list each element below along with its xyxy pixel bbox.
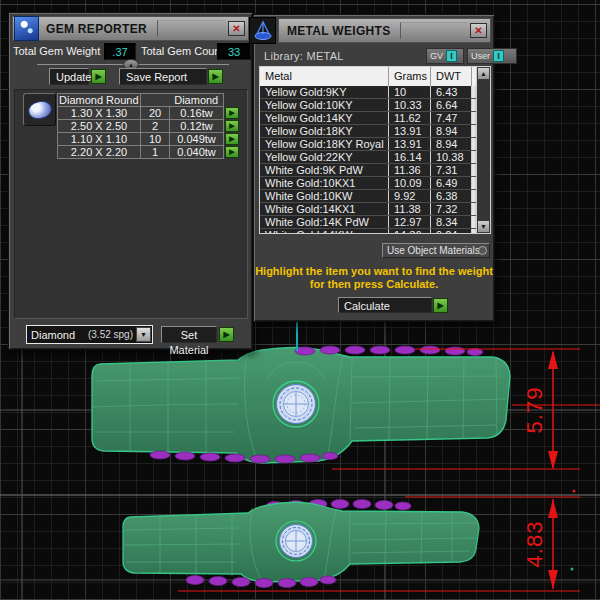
user-indicator: I (493, 50, 504, 62)
material-row: Diamond (3.52 spg) ▼ Set Material ▶ (9, 323, 252, 347)
metal-table-row[interactable]: White Gold:14K PdW12.978.34 (260, 216, 490, 229)
update-play-icon[interactable]: ▶ (91, 69, 106, 84)
col-metal: Metal (260, 67, 389, 86)
instruction-text: Highlight the item you want to find the … (254, 265, 494, 291)
save-report-play-icon[interactable]: ▶ (208, 69, 223, 84)
gem-row-play-icon[interactable]: ▶ (225, 146, 239, 158)
close-icon[interactable]: ✕ (470, 23, 487, 38)
gem-row-play-icon[interactable]: ▶ (225, 133, 239, 145)
metal-table-row[interactable]: Yellow Gold:18KY13.918.94 (260, 125, 490, 138)
gem-table-row[interactable]: 1.10 X 1.10 10 0.049tw ▶ (57, 133, 240, 146)
scroll-up-icon[interactable]: ▲ (477, 67, 490, 80)
gem-row-play-icon[interactable]: ▶ (225, 107, 239, 119)
dimension-label-top: 5.79 (522, 387, 547, 434)
gem-size: 1.10 X 1.10 (57, 133, 141, 146)
gem-reporter-icon (14, 16, 39, 41)
metal-table-row[interactable]: White Gold:9K PdW11.367.31 (260, 164, 490, 177)
metal-weights-panel: METAL WEIGHTS ✕ Library: METAL GV I User… (253, 14, 495, 322)
total-gem-count-value: 33 (217, 43, 251, 60)
metal-table: Metal Grams DWT Yellow Gold:9KY106.43 Ye… (259, 66, 491, 234)
table-scrollbar[interactable]: ▲ ▼ (476, 67, 490, 233)
total-gem-count-label: Total Gem Count (141, 45, 224, 57)
gem-table-header: Diamond Round Diamond (57, 93, 240, 107)
material-name: Diamond (27, 329, 88, 341)
gem-reporter-title: GEM REPORTER (46, 22, 147, 36)
use-object-materials-label: Use Object Materials (387, 245, 480, 256)
chevron-down-icon[interactable]: ▼ (136, 327, 151, 342)
material-select[interactable]: Diamond (3.52 spg) ▼ (26, 325, 153, 344)
metal-table-row[interactable]: White Gold:14KX111.387.32 (260, 203, 490, 216)
gem-count: 20 (141, 107, 170, 120)
ring-model-top[interactable] (92, 346, 510, 463)
save-report-button[interactable]: Save Report (119, 68, 207, 85)
col-grams: Grams (389, 67, 431, 86)
col-dwt: DWT (431, 67, 472, 86)
diamond-stone-glyph (26, 99, 53, 122)
gem-reporter-titlebar[interactable]: GEM REPORTER ✕ (12, 16, 249, 41)
center-gem-bottom (276, 521, 316, 561)
gem-weight: 0.12tw (170, 120, 224, 133)
gem-weight: 0.040tw (170, 146, 224, 159)
gv-indicator: I (446, 50, 457, 62)
gem-table: Diamond Round Diamond 1.30 X 1.30 20 0.1… (57, 93, 240, 159)
gem-reporter-panel: GEM REPORTER ✕ Total Gem Weight .37 Tota… (8, 12, 253, 350)
use-object-materials-select[interactable]: Use Object Materials (382, 243, 490, 258)
metal-table-row[interactable]: Yellow Gold:18KY Royal13.918.94 (260, 138, 490, 151)
metal-scale-icon (249, 17, 276, 44)
col-diamond: Diamond (169, 93, 224, 107)
titlebar-grip (157, 20, 226, 37)
metal-weights-title: METAL WEIGHTS (287, 24, 390, 38)
gem-weight: 0.049tw (170, 133, 224, 146)
metal-table-header: Metal Grams DWT (260, 67, 490, 86)
metal-table-row[interactable]: Yellow Gold:22KY16.1410.38 (260, 151, 490, 164)
center-gem-top (273, 381, 319, 427)
close-icon[interactable]: ✕ (228, 21, 245, 36)
gem-size: 2.50 X 2.50 (57, 120, 141, 133)
update-button[interactable]: Update (49, 68, 89, 85)
library-label: Library: METAL (264, 50, 344, 62)
metal-table-row[interactable]: White Gold:10KX110.096.49 (260, 177, 490, 190)
gv-label: GV (427, 51, 446, 61)
col-diamond-round: Diamond Round (57, 93, 141, 107)
gem-size: 1.30 X 1.30 (57, 107, 141, 120)
set-material-play-icon[interactable]: ▶ (219, 327, 234, 342)
material-spg: (3.52 spg) (88, 329, 136, 340)
metal-table-row[interactable]: White Gold:14KW14.369.24 (260, 229, 490, 234)
scroll-down-icon[interactable]: ▼ (477, 220, 490, 233)
gem-stone-icon[interactable] (23, 93, 56, 126)
application-window: 5.79 4.83 GEM REPORTER ✕ Total Gem Weigh… (0, 0, 600, 600)
dimension-label-bottom: 4.83 (522, 521, 547, 568)
titlebar-grip (400, 22, 468, 39)
gem-weight: 0.16tw (170, 107, 224, 120)
point-marker-teal (571, 568, 574, 571)
select-knob-icon[interactable] (478, 246, 487, 255)
set-material-button[interactable]: Set Material (161, 326, 217, 343)
gem-table-row[interactable]: 2.20 X 2.20 1 0.040tw ▶ (57, 146, 240, 159)
metal-table-row[interactable]: Yellow Gold:14KY11.627.47 (260, 112, 490, 125)
total-gem-weight-label: Total Gem Weight (13, 45, 100, 57)
gv-toggle[interactable]: GV I (426, 48, 464, 64)
metal-table-row[interactable]: Yellow Gold:10KY10.336.64 (260, 99, 490, 112)
user-label: User (468, 51, 493, 61)
gem-count: 1 (141, 146, 170, 159)
user-toggle[interactable]: User I (467, 48, 517, 64)
ring-model-bottom[interactable] (123, 500, 479, 588)
metal-weights-titlebar[interactable]: METAL WEIGHTS ✕ (278, 18, 491, 43)
gem-row-play-icon[interactable]: ▶ (225, 120, 239, 132)
gem-size: 2.20 X 2.20 (57, 146, 141, 159)
gem-count: 2 (141, 120, 170, 133)
library-row: Library: METAL GV I User I (254, 48, 494, 66)
gem-report-area: Diamond Round Diamond 1.30 X 1.30 20 0.1… (14, 89, 248, 319)
gem-count: 10 (141, 133, 170, 146)
metal-table-row[interactable]: White Gold:10KW9.926.38 (260, 190, 490, 203)
point-marker-red (573, 490, 576, 493)
total-gem-weight-value: .37 (104, 43, 136, 60)
calculate-play-icon[interactable]: ▶ (433, 298, 448, 313)
gem-table-row[interactable]: 1.30 X 1.30 20 0.16tw ▶ (57, 107, 240, 120)
metal-table-row[interactable]: Yellow Gold:9KY106.43 (260, 86, 490, 99)
gem-table-row[interactable]: 2.50 X 2.50 2 0.12tw ▶ (57, 120, 240, 133)
calculate-button[interactable]: Calculate (338, 297, 432, 313)
